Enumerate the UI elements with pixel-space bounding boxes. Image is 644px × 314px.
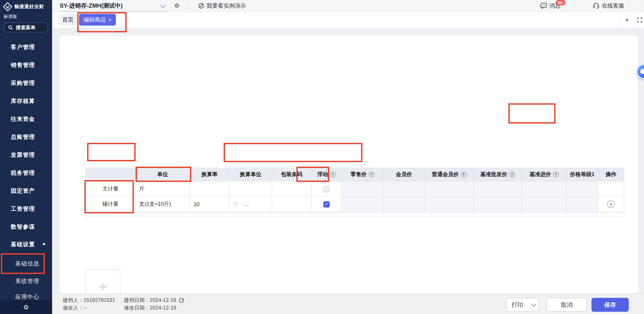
sidebar-item-app-center[interactable]: 应用中心 <box>0 293 52 301</box>
save-button[interactable]: 保存 <box>592 298 629 312</box>
divider <box>188 3 188 9</box>
brand-name: 畅捷通好业财 <box>14 4 44 10</box>
action-cell <box>598 182 624 197</box>
table-horizontal-scrollbar[interactable] <box>85 212 624 217</box>
base-purchase-cell[interactable] <box>522 182 566 197</box>
modified-label: 修改日期： <box>124 305 150 310</box>
created-value: 2024-12-18 <box>150 298 176 303</box>
app-window: 畅捷通好业财 标准版 搜索菜单 客户管理 销售管理 采购管理 库存核算 往来资金… <box>0 0 644 314</box>
tab-close-icon[interactable]: × <box>108 16 112 23</box>
retail-price-cell[interactable] <box>342 197 383 212</box>
footer-bar: 建档人：15192791531 修改人：-- 建档日期：2024-12-18 修… <box>52 293 644 314</box>
modifier-label: 修改人： <box>63 305 84 310</box>
divider <box>621 12 621 28</box>
pack-barcode-cell[interactable] <box>272 197 311 212</box>
cancel-button[interactable]: 取消 <box>546 298 587 312</box>
float-checkbox-aux[interactable]: ✓ <box>323 201 330 207</box>
brand-logo-icon <box>3 2 12 11</box>
sidebar-settings-bar[interactable]: ⚙ <box>0 300 52 314</box>
creator-value: 15192791531 <box>84 298 115 303</box>
fullscreen-icon[interactable] <box>637 18 642 22</box>
search-icon <box>8 25 13 30</box>
base-wholesale-cell[interactable] <box>474 197 522 212</box>
print-button[interactable]: 打印 <box>506 298 528 312</box>
topbar: SY-进销存-ZMH(测试中) ⚙ 我要看实例演示 99+ 消息 在线客服 好生… <box>52 0 644 12</box>
online-service-link[interactable]: 在线客服 <box>602 2 624 10</box>
close-panel-icon[interactable]: × <box>625 16 629 23</box>
edit-product-card <box>60 36 638 293</box>
sidebar-item-system-mgmt[interactable]: 系统管理 <box>0 278 52 285</box>
demo-link[interactable]: 我要看实例演示 <box>206 2 246 10</box>
price-level-cell[interactable] <box>567 182 598 197</box>
sidebar-group-basic-settings[interactable]: 基础设置 <box>0 241 52 248</box>
sidebar: 畅捷通好业财 标准版 搜索菜单 客户管理 销售管理 采购管理 库存核算 往来资金… <box>0 0 52 314</box>
sidebar-item-invoices[interactable]: 发票管理 <box>0 152 52 159</box>
chevron-down-icon <box>244 202 249 207</box>
headset-icon <box>593 2 600 9</box>
menu-search-input[interactable]: 搜索菜单 <box>4 22 48 32</box>
unit-table: 主计量 辅计量 单位 斤 支(1支≈10斤) 换算率 10 换算单位 斤 包装条… <box>85 168 624 212</box>
sidebar-item-ledger[interactable]: 总账管理 <box>0 134 52 141</box>
base-purchase-help-icon[interactable]: ? <box>553 171 559 177</box>
gear-icon: ⚙ <box>23 304 29 311</box>
unit-cell[interactable]: 斤 <box>136 182 190 197</box>
common-member-price-cell[interactable] <box>425 182 473 197</box>
modifier-value: -- <box>84 305 87 310</box>
price-level-cell[interactable] <box>567 197 598 212</box>
conv-unit-select[interactable]: 斤 <box>230 197 272 212</box>
rate-cell[interactable] <box>190 182 229 197</box>
row-label: 主计量 <box>86 182 135 197</box>
member-price-cell[interactable] <box>384 197 424 212</box>
creator-label: 建档人： <box>63 298 84 303</box>
float-checkbox-main[interactable] <box>323 186 330 192</box>
print-dropdown-button[interactable] <box>528 298 539 312</box>
float-help-icon[interactable]: ? <box>330 171 336 177</box>
sidebar-item-payroll[interactable]: 工资管理 <box>0 205 52 213</box>
sidebar-item-basic-info[interactable]: 基础信息 <box>0 260 52 268</box>
divider <box>634 12 634 28</box>
sidebar-item-insights[interactable]: 数智参谋 <box>0 223 52 231</box>
modified-value: 2024-12-19 <box>150 305 176 310</box>
pack-barcode-cell[interactable] <box>272 182 311 197</box>
sidebar-item-fixed-assets[interactable]: 固定资产 <box>0 187 52 195</box>
message-bubble-icon[interactable] <box>540 3 547 9</box>
plus-icon: + <box>98 278 107 295</box>
sidebar-item-customers[interactable]: 客户管理 <box>0 44 52 51</box>
base-purchase-cell[interactable] <box>522 197 566 212</box>
unit-cell[interactable]: 支(1支≈10斤) <box>136 197 190 212</box>
member-price-cell[interactable] <box>384 182 424 197</box>
tab-edit-product[interactable]: 编辑商品 × <box>79 14 116 26</box>
row-label: 辅计量 <box>86 197 135 212</box>
base-wholesale-help-icon[interactable]: ? <box>509 171 515 177</box>
rate-cell[interactable]: 10 <box>190 197 229 212</box>
base-wholesale-cell[interactable] <box>474 182 522 197</box>
message-count-badge: 99+ <box>556 0 566 6</box>
demo-icon <box>198 3 204 9</box>
tab-bar: 首页 编辑商品 × × <box>52 12 644 28</box>
divider <box>642 3 642 9</box>
sidebar-item-tax[interactable]: 税务管理 <box>0 169 52 177</box>
collapse-caret-icon <box>42 242 46 245</box>
edit-date-icon[interactable] <box>179 298 184 303</box>
tab-home[interactable]: 首页 <box>59 14 77 26</box>
workspace-selector[interactable]: SY-进销存-ZMH(测试中) <box>60 2 168 12</box>
common-member-price-cell[interactable] <box>425 197 473 212</box>
workspace-gear-icon[interactable]: ⚙ <box>174 2 180 9</box>
sidebar-item-funds[interactable]: 往来资金 <box>0 116 52 123</box>
retail-price-help-icon[interactable]: ? <box>368 171 374 177</box>
sidebar-item-inventory[interactable]: 库存核算 <box>0 98 52 105</box>
sidebar-item-sales[interactable]: 销售管理 <box>0 62 52 69</box>
created-label: 建档日期： <box>124 298 150 303</box>
add-unit-row-icon[interactable]: + <box>607 200 615 208</box>
edition-label: 标准版 <box>4 14 17 20</box>
sidebar-item-purchasing[interactable]: 采购管理 <box>0 80 52 87</box>
common-member-price-help-icon[interactable]: ? <box>460 171 466 177</box>
retail-price-cell[interactable] <box>342 182 383 197</box>
conv-unit-cell[interactable] <box>230 182 272 197</box>
